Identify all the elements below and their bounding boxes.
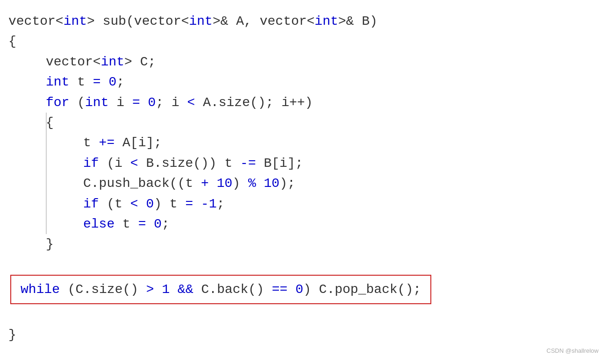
code-line-10: if (t < 0) t = -1; — [8, 194, 599, 214]
code-line-8: if (i < B.size()) t -= B[i]; — [8, 153, 599, 173]
code-line-12: } — [8, 234, 599, 254]
watermark: CSDN @shallrelow — [547, 346, 599, 356]
code-line-close: } — [8, 325, 599, 345]
code-line-while: while (C.size() > 1 && C.back() == 0) C.… — [21, 282, 421, 297]
code-line-11: else t = 0; — [8, 214, 599, 234]
code-line-4: int t = 0; — [8, 72, 599, 92]
code-line-6: { — [8, 113, 599, 133]
code-line-empty2 — [8, 304, 599, 324]
code-line-9: C.push_back((t + 10) % 10); — [8, 173, 599, 193]
code-line-7: t += A[i]; — [8, 133, 599, 153]
highlighted-while-block: while (C.size() > 1 && C.back() == 0) C.… — [8, 275, 599, 304]
for-block: t += A[i]; if (i < B.size()) t -= B[i]; … — [8, 133, 599, 234]
code-container: vector<int> sub(vector<int>& A, vector<i… — [0, 0, 607, 356]
code-line-3: vector<int> C; — [8, 52, 599, 72]
code-line-empty — [8, 255, 599, 275]
code-line-5: for (int i = 0; i < A.size(); i++) — [8, 93, 599, 113]
code-line-1: vector<int> sub(vector<int>& A, vector<i… — [8, 11, 599, 31]
code-line-2: { — [8, 31, 599, 51]
